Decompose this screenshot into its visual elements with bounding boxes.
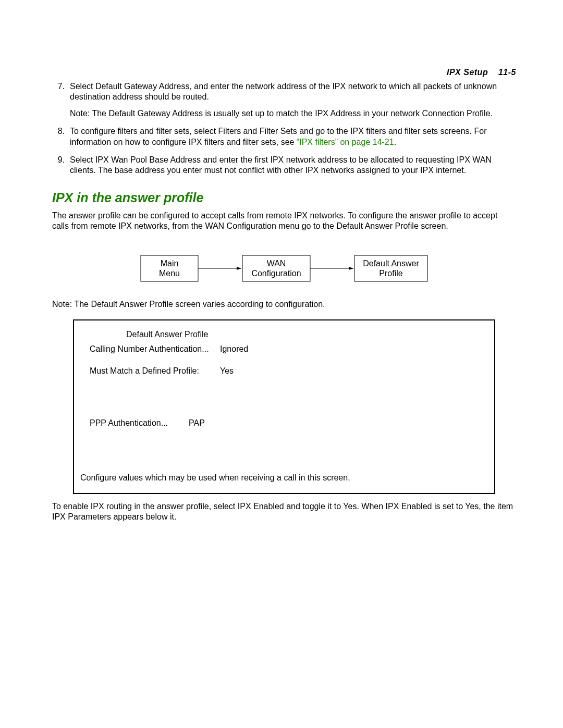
note-prefix: Note:	[52, 300, 72, 309]
screen-title: Default Answer Profile	[90, 330, 479, 339]
screen-row-calling-auth: Calling Number Authentication... Ignored	[90, 344, 479, 354]
row-label: PPP Authentication...	[90, 418, 189, 428]
closing-paragraph: To enable IPX routing in the answer prof…	[52, 501, 516, 522]
content-area: 7. Select Default Gateway Address, and e…	[52, 81, 516, 522]
step-text: Select IPX Wan Pool Base Address and ent…	[70, 155, 492, 175]
step-text-a: To configure filters and filter sets, se…	[70, 127, 486, 146]
navigation-flow-diagram: Main Menu WAN Configuration Default Answ…	[52, 250, 516, 287]
default-answer-profile-screen: Default Answer Profile Calling Number Au…	[73, 319, 495, 494]
cross-reference-link[interactable]: “IPX filters” on page 14-21	[297, 138, 394, 146]
row-label: Must Match a Defined Profile:	[90, 366, 220, 376]
step-7: 7. Select Default Gateway Address, and e…	[52, 81, 516, 119]
section-heading: IPX in the answer profile	[52, 190, 516, 205]
note-text: The Default Gateway Address is usually s…	[90, 109, 493, 118]
screen-footer-text: Configure values which may be used when …	[80, 473, 488, 483]
step-number: 8.	[52, 126, 65, 137]
step-number: 9.	[52, 155, 65, 165]
step-note: Note: The Default Gateway Address is usu…	[70, 108, 516, 119]
flow-box2-line2: Configuration	[251, 269, 301, 278]
screen-row-must-match: Must Match a Defined Profile: Yes	[90, 366, 479, 376]
flow-svg: Main Menu WAN Configuration Default Answ…	[138, 250, 430, 287]
screen-row-ppp-auth: PPP Authentication... PAP	[90, 418, 479, 428]
step-8: 8. To configure filters and filter sets,…	[52, 126, 516, 147]
note-after-flow: Note: The Default Answer Profile screen …	[52, 299, 516, 310]
page: IPX Setup 11-5 7. Select Default Gateway…	[0, 0, 563, 728]
numbered-steps: 7. Select Default Gateway Address, and e…	[52, 81, 516, 176]
step-text: Select Default Gateway Address, and ente…	[70, 82, 497, 101]
page-number: 11-5	[498, 68, 516, 77]
running-header: IPX Setup 11-5	[447, 68, 516, 77]
section-name: IPX Setup	[447, 68, 488, 77]
step-text-b: .	[394, 138, 396, 146]
row-value: Ignored	[220, 344, 248, 354]
row-value: Yes	[220, 366, 234, 376]
flow-box3-line1: Default Answer	[363, 259, 419, 268]
row-value: PAP	[189, 418, 205, 428]
flow-box3-line2: Profile	[379, 269, 402, 278]
step-number: 7.	[52, 81, 65, 92]
flow-box2-line1: WAN	[267, 259, 286, 268]
note-prefix: Note:	[70, 109, 90, 118]
flow-box1-line1: Main	[161, 259, 179, 268]
step-9: 9. Select IPX Wan Pool Base Address and …	[52, 155, 516, 176]
intro-paragraph: The answer profile can be configured to …	[52, 211, 516, 231]
flow-box1-line2: Menu	[159, 269, 180, 278]
row-label: Calling Number Authentication...	[90, 344, 220, 354]
note-text: The Default Answer Profile screen varies…	[72, 300, 325, 309]
